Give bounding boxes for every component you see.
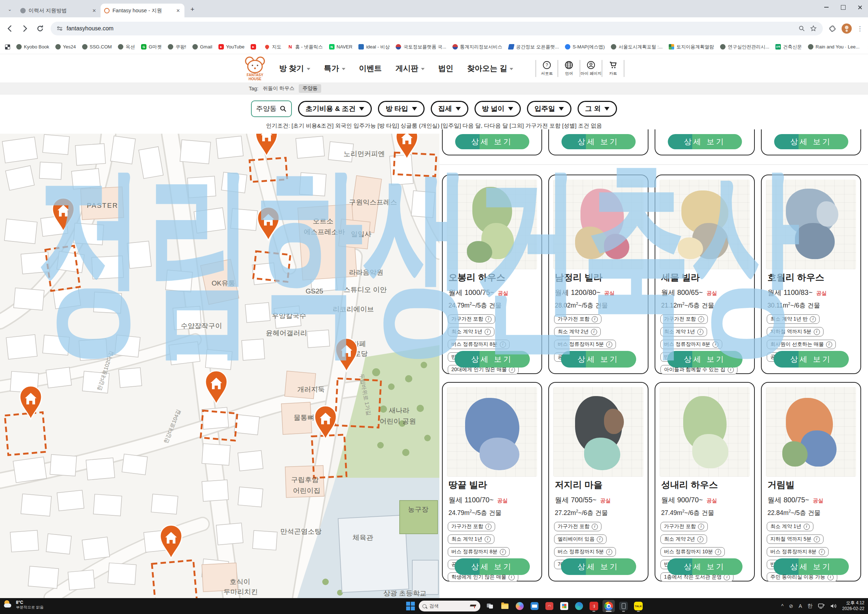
property-title[interactable]: 남정리 빌라 (555, 271, 642, 283)
tray-expand-icon[interactable]: ^ (781, 603, 784, 609)
info-icon[interactable]: i (485, 524, 492, 530)
feature-tag[interactable]: 엘리베이터 있음i (554, 535, 607, 544)
property-title[interactable]: 땅끝 빌라 (448, 479, 536, 491)
filter-rent[interactable]: 집세 (431, 101, 468, 117)
copilot-button[interactable] (513, 600, 526, 612)
apps-grid-icon[interactable] (5, 45, 10, 50)
property-image[interactable] (447, 180, 537, 269)
detail-button[interactable]: 상세 보기 (667, 351, 742, 367)
feature-tag[interactable]: 가구가전 포함i (660, 522, 708, 531)
info-icon[interactable]: i (810, 316, 816, 323)
tab-close-icon[interactable]: ✕ (92, 8, 97, 13)
tab-resume[interactable]: 이력서 지원방법 ✕ (17, 4, 101, 17)
info-icon[interactable]: i (592, 316, 598, 323)
info-icon[interactable]: i (500, 549, 506, 555)
info-icon[interactable]: i (698, 524, 704, 530)
bookmark-star-icon[interactable] (810, 25, 817, 32)
ime-korean-indicator[interactable]: 한 (807, 603, 813, 609)
kakaotalk-button[interactable]: TALK (632, 600, 644, 612)
feature-tag[interactable]: 버스 정류장까지 5분i (554, 547, 616, 557)
bookmark-item[interactable]: 지도 (264, 44, 282, 50)
feature-tag[interactable]: 버스 정류장까지 8분i (767, 547, 829, 557)
region-search-input[interactable]: 주양동 (251, 101, 292, 117)
mail-button[interactable] (528, 600, 541, 612)
feature-tag[interactable]: 최소 계약 1년i (767, 522, 814, 531)
detail-button[interactable]: 상세 보기 (561, 351, 636, 367)
bookmark-item[interactable]: Yes24 (55, 44, 76, 50)
browser-menu-icon[interactable]: ⋮ (857, 25, 863, 33)
property-image[interactable] (447, 387, 537, 477)
info-icon[interactable]: i (698, 316, 704, 323)
info-icon[interactable]: i (828, 574, 834, 580)
info-icon[interactable]: i (509, 574, 515, 580)
feature-tag[interactable]: 가구가전 포함i (660, 315, 708, 324)
feature-tag[interactable]: 가구가전 포함i (554, 315, 602, 324)
bookmark-item[interactable]: Kyobo Book (16, 44, 49, 50)
feature-tag[interactable]: 최소 계약 2년i (660, 535, 707, 544)
info-icon[interactable]: i (814, 536, 820, 543)
profile-avatar[interactable] (842, 23, 852, 34)
info-icon[interactable]: i (826, 341, 832, 348)
reload-icon[interactable] (36, 24, 45, 33)
filter-etc[interactable]: 그 외 (577, 101, 617, 117)
bookmark-item[interactable]: ▶ (250, 44, 258, 50)
cart-button[interactable]: 카트 (602, 60, 624, 77)
feature-tag[interactable]: 가구가전 포함i (448, 315, 495, 324)
info-icon[interactable]: i (819, 549, 825, 555)
bookmark-item[interactable]: 쿠팡! (168, 44, 186, 50)
info-icon[interactable]: i (485, 329, 491, 335)
detail-button[interactable]: 상세 보기 (774, 134, 848, 149)
taskbar-clock[interactable]: 오후 4:12 2026-02-22 (842, 600, 864, 611)
property-title[interactable]: 성내리 하우스 (661, 479, 748, 491)
nav-event[interactable]: 이벤트 (359, 63, 382, 73)
mobile-app-button[interactable] (618, 600, 630, 612)
info-icon[interactable]: i (606, 549, 612, 555)
taskbar-weather[interactable]: 8°C 부분적으로 맑음 (4, 600, 44, 610)
minimize-button[interactable] (818, 0, 835, 14)
filter-room-type[interactable]: 방 타입 (378, 101, 424, 117)
feature-tag[interactable]: 가구가전 포함i (448, 522, 495, 531)
info-icon[interactable]: i (592, 524, 598, 530)
property-title[interactable]: 세물 빌라 (661, 271, 748, 283)
detail-button[interactable]: 상세 보기 (667, 134, 742, 149)
taskbar-search[interactable]: 검색 (419, 601, 480, 611)
feature-tag[interactable]: 버스 정류장까지 8분i (660, 340, 722, 349)
bookmark-item[interactable]: 건축건축신문 (775, 44, 802, 50)
info-icon[interactable]: i (814, 329, 820, 335)
site-info-icon[interactable] (56, 25, 63, 32)
language-button[interactable]: 언어 (558, 60, 580, 77)
property-image[interactable] (660, 180, 750, 269)
info-icon[interactable]: i (712, 341, 719, 348)
close-button[interactable] (851, 0, 868, 14)
start-button[interactable] (406, 602, 415, 611)
forward-icon[interactable] (20, 24, 30, 33)
nav-special[interactable]: 특가 (324, 63, 345, 73)
nav-directions[interactable]: 찾아오는 길 (467, 63, 513, 73)
info-icon[interactable]: i (728, 367, 734, 373)
property-title[interactable]: 오봉리 하우스 (448, 271, 536, 283)
info-icon[interactable]: i (500, 341, 506, 348)
property-image[interactable] (766, 180, 856, 269)
feature-tag[interactable]: 최소 계약 1년i (448, 535, 495, 544)
map-canvas[interactable]: PASTER 노리먼커피엔 구원익스프레스 오르소 에스프레소바 일일사 OK유… (0, 134, 439, 598)
feature-tag[interactable]: 버스 정류장까지 8분i (448, 340, 510, 349)
detail-button[interactable]: 상세 보기 (561, 134, 635, 149)
bookmark-item[interactable]: ▶YouTube (218, 44, 244, 50)
file-explorer-button[interactable] (499, 600, 511, 612)
bookmark-item[interactable]: NNAVER (329, 44, 353, 50)
bookmark-item[interactable]: S-MAP(에스맵) (565, 44, 605, 50)
info-icon[interactable]: i (591, 329, 597, 335)
chrome-button[interactable] (602, 600, 615, 612)
detail-button[interactable]: 상세 보기 (667, 558, 742, 575)
bookmark-item[interactable]: 연구실안전관리시... (720, 44, 769, 50)
nav-board[interactable]: 게시판 (396, 63, 425, 73)
tag-mouse-house[interactable]: 쥐돌이 하우스 (263, 85, 294, 92)
info-icon[interactable]: i (485, 536, 491, 543)
search-icon[interactable] (280, 105, 287, 112)
feature-tag[interactable]: 지하철 역까지 5분i (767, 327, 823, 336)
volume-icon[interactable] (831, 603, 837, 609)
info-icon[interactable]: i (597, 536, 603, 543)
feature-tag[interactable]: 최소 계약 1년i (448, 327, 495, 336)
bookmark-item[interactable]: 옥션 (118, 44, 135, 50)
feature-tag[interactable]: 회사원이 선호하는 매물i (767, 340, 836, 349)
